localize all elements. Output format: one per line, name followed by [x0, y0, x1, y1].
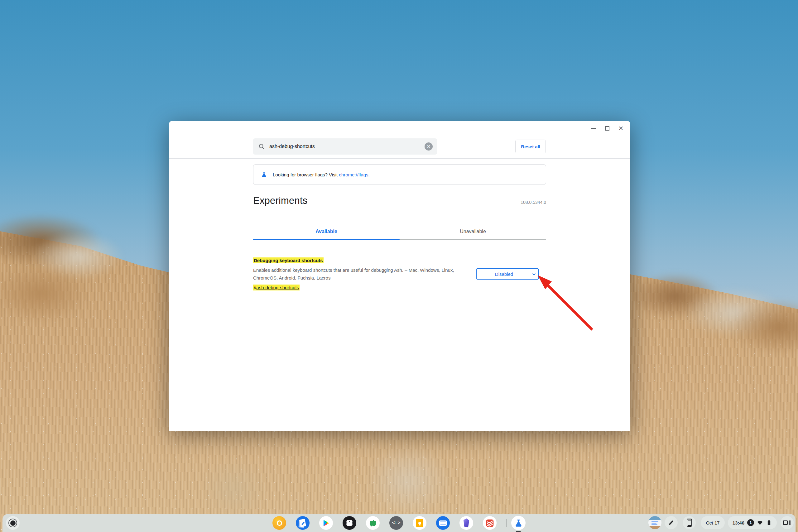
title-row: Experiments 108.0.5344.0	[253, 195, 546, 206]
flag-value: Disabled	[495, 271, 513, 277]
browser-flags-banner: Looking for browser flags? Visit chrome:…	[253, 164, 546, 185]
version-number: 108.0.5344.0	[520, 200, 546, 206]
flag-entry: Debugging keyboard shortcuts Enables add…	[253, 258, 546, 290]
text-app-icon[interactable]: <t>	[390, 516, 403, 530]
tabs: Available Unavailable	[253, 224, 546, 240]
window-controls: ✕	[590, 125, 624, 132]
notification-counter: 1	[747, 519, 754, 526]
flag-permalink: #ash-debug-shortcuts	[253, 285, 300, 290]
shelf-separator	[506, 519, 507, 527]
header-divider	[169, 158, 630, 159]
flag-value-dropdown[interactable]: Disabled	[476, 268, 539, 280]
shelf-apps: <t>	[272, 516, 526, 530]
google-keep-icon[interactable]	[413, 516, 426, 530]
evernote-icon[interactable]	[366, 516, 380, 530]
chevron-down-icon	[532, 272, 536, 277]
date-label: Oct 17	[706, 520, 719, 526]
minimize-button[interactable]	[590, 125, 596, 132]
flags-search-box[interactable]: ✕	[253, 138, 437, 155]
banner-suffix: .	[368, 172, 370, 177]
play-store-icon[interactable]	[319, 516, 333, 530]
status-area[interactable]: 13:46 1	[728, 516, 777, 529]
reset-all-button[interactable]: Reset all	[515, 140, 546, 153]
maximize-button[interactable]	[604, 125, 610, 132]
banner-text: Looking for browser flags? Visit chrome:…	[273, 172, 370, 177]
close-button[interactable]: ✕	[618, 125, 624, 132]
search-input[interactable]	[269, 144, 424, 149]
phone-icon	[687, 519, 692, 527]
tab-unavailable[interactable]: Unavailable	[400, 224, 546, 239]
cursive-icon[interactable]	[296, 516, 309, 530]
chromeos-desktop: ✕ ✕ Reset all Looking for browser flags?…	[0, 0, 798, 532]
obsidian-icon[interactable]	[459, 516, 473, 530]
phone-hub-button[interactable]	[683, 516, 696, 529]
chrome-canary-icon[interactable]	[272, 516, 286, 530]
pen-icon	[668, 519, 674, 526]
clear-search-icon[interactable]: ✕	[424, 142, 433, 151]
screenshot-preview-thumbnail[interactable]	[648, 516, 662, 529]
flags-experiments-icon[interactable]	[511, 516, 526, 530]
stylus-tools-button[interactable]	[665, 516, 678, 529]
date-button[interactable]: Oct 17	[701, 516, 724, 529]
burger-app-icon[interactable]	[343, 516, 356, 530]
chrome-flags-window: ✕ ✕ Reset all Looking for browser flags?…	[169, 121, 630, 431]
flag-info: Debugging keyboard shortcuts Enables add…	[253, 258, 476, 290]
flag-title: Debugging keyboard shortcuts	[253, 258, 324, 263]
flask-icon	[261, 170, 267, 178]
todoist-icon[interactable]	[483, 516, 497, 530]
flag-description: Enables additional keyboard shortcuts th…	[253, 266, 471, 282]
launcher-icon	[8, 519, 17, 527]
wifi-icon	[757, 519, 763, 526]
page-title: Experiments	[253, 195, 308, 206]
overview-icon	[783, 520, 791, 525]
launcher-button[interactable]	[6, 516, 20, 530]
shelf: <t>	[2, 514, 796, 532]
battery-charging-icon	[766, 519, 772, 526]
chrome-flags-link[interactable]: chrome://flags	[339, 172, 368, 177]
flag-permalink-link[interactable]: ash-debug-shortcuts	[256, 285, 299, 290]
tab-available[interactable]: Available	[253, 224, 400, 239]
overview-button[interactable]	[781, 516, 794, 529]
status-tray: Oct 17 13:46 1	[648, 516, 794, 529]
active-tab-indicator	[253, 239, 400, 240]
clock: 13:46	[733, 520, 744, 526]
running-app-indicator	[516, 531, 521, 532]
banner-prefix: Looking for browser flags? Visit	[273, 172, 339, 177]
search-icon	[258, 143, 265, 150]
messages-icon[interactable]	[436, 516, 450, 530]
text-app-glyph: <	[392, 520, 395, 526]
